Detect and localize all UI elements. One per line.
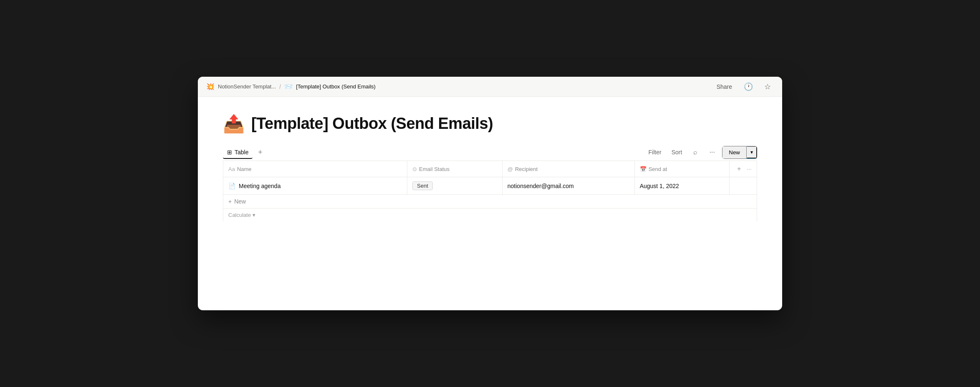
filter-button[interactable]: Filter bbox=[645, 147, 665, 158]
table-header-row: Aa Name ⊙ Email Status @ bbox=[223, 161, 757, 177]
sort-button[interactable]: Sort bbox=[668, 147, 686, 158]
cell-send-at: August 1, 2022 bbox=[634, 177, 729, 195]
main-content: 📤 [Template] Outbox (Send Emails) ⊞ Tabl… bbox=[198, 97, 782, 238]
col-header-send-at[interactable]: 📅 Send at bbox=[634, 161, 729, 177]
col-email-status-icon: ⊙ bbox=[412, 166, 417, 172]
breadcrumb: 💥 NotionSender Templat... / 📨 [Template]… bbox=[206, 83, 376, 90]
row-name-value: Meeting agenda bbox=[239, 183, 280, 189]
new-row-button[interactable]: + New bbox=[223, 195, 757, 209]
cell-name: 📄 Meeting agenda bbox=[223, 177, 407, 195]
breadcrumb-parent-icon: 💥 bbox=[206, 83, 215, 90]
breadcrumb-separator: / bbox=[279, 83, 281, 90]
row-name-icon: 📄 bbox=[228, 183, 235, 189]
share-button[interactable]: Share bbox=[713, 82, 735, 92]
col-recipient-label: Recipient bbox=[515, 166, 538, 172]
add-column-button[interactable]: + bbox=[735, 164, 743, 173]
status-badge: Sent bbox=[412, 181, 433, 190]
col-header-recipient[interactable]: @ Recipient bbox=[502, 161, 634, 177]
breadcrumb-current-icon: 📨 bbox=[284, 83, 293, 90]
page-title-row: 📤 [Template] Outbox (Send Emails) bbox=[223, 113, 757, 134]
search-button[interactable]: ⌕ bbox=[689, 146, 702, 159]
recipient-value: notionsender@gmail.com bbox=[508, 183, 574, 189]
breadcrumb-parent-label[interactable]: NotionSender Templat... bbox=[218, 83, 276, 90]
new-button[interactable]: New bbox=[722, 146, 747, 159]
table-container: Aa Name ⊙ Email Status @ bbox=[223, 161, 757, 221]
col-send-at-label: Send at bbox=[649, 166, 667, 172]
calculate-label: Calculate bbox=[228, 212, 251, 218]
new-row-plus-icon: + bbox=[228, 198, 232, 205]
favorite-button[interactable]: ☆ bbox=[761, 80, 774, 93]
col-header-name[interactable]: Aa Name bbox=[223, 161, 407, 177]
col-send-at-icon: 📅 bbox=[640, 166, 647, 172]
table-tab-label: Table bbox=[235, 149, 248, 156]
more-options-button[interactable]: ··· bbox=[705, 146, 719, 159]
col-email-status-label: Email Status bbox=[419, 166, 450, 172]
table-tab-icon: ⊞ bbox=[227, 149, 232, 156]
send-at-value: August 1, 2022 bbox=[640, 183, 679, 189]
col-header-add: + ··· bbox=[729, 161, 757, 177]
col-name-icon: Aa bbox=[228, 166, 235, 172]
toolbar-tabs: ⊞ Table + bbox=[223, 146, 266, 158]
tab-table[interactable]: ⊞ Table bbox=[223, 146, 253, 159]
cell-actions bbox=[729, 177, 757, 195]
cell-recipient: notionsender@gmail.com bbox=[502, 177, 634, 195]
col-recipient-icon: @ bbox=[508, 166, 513, 172]
toolbar: ⊞ Table + Filter Sort ⌕ ··· New ▾ bbox=[223, 146, 757, 161]
page-title: [Template] Outbox (Send Emails) bbox=[251, 115, 493, 133]
new-button-dropdown[interactable]: ▾ bbox=[747, 146, 757, 158]
titlebar-left: 💥 NotionSender Templat... / 📨 [Template]… bbox=[206, 83, 713, 90]
app-window: 💥 NotionSender Templat... / 📨 [Template]… bbox=[198, 77, 782, 310]
add-view-button[interactable]: + bbox=[254, 146, 266, 158]
calculate-arrow-icon: ▾ bbox=[253, 212, 255, 218]
titlebar: 💥 NotionSender Templat... / 📨 [Template]… bbox=[198, 77, 782, 97]
col-name-label: Name bbox=[237, 166, 252, 172]
breadcrumb-current-label: [Template] Outbox (Send Emails) bbox=[296, 83, 376, 90]
history-button[interactable]: 🕐 bbox=[742, 80, 755, 93]
column-more-button[interactable]: ··· bbox=[747, 166, 752, 172]
new-row-label: New bbox=[234, 198, 246, 205]
data-table: Aa Name ⊙ Email Status @ bbox=[223, 161, 757, 195]
cell-email-status: Sent bbox=[407, 177, 503, 195]
table-row[interactable]: 📄 Meeting agenda Sent notionsender@gmail… bbox=[223, 177, 757, 195]
new-button-group: New ▾ bbox=[722, 146, 757, 159]
col-header-email-status[interactable]: ⊙ Email Status bbox=[407, 161, 503, 177]
titlebar-right: Share 🕐 ☆ bbox=[713, 80, 774, 93]
page-icon: 📤 bbox=[223, 113, 245, 134]
toolbar-actions: Filter Sort ⌕ ··· New ▾ bbox=[645, 146, 757, 159]
calculate-button[interactable]: Calculate ▾ bbox=[223, 209, 757, 221]
